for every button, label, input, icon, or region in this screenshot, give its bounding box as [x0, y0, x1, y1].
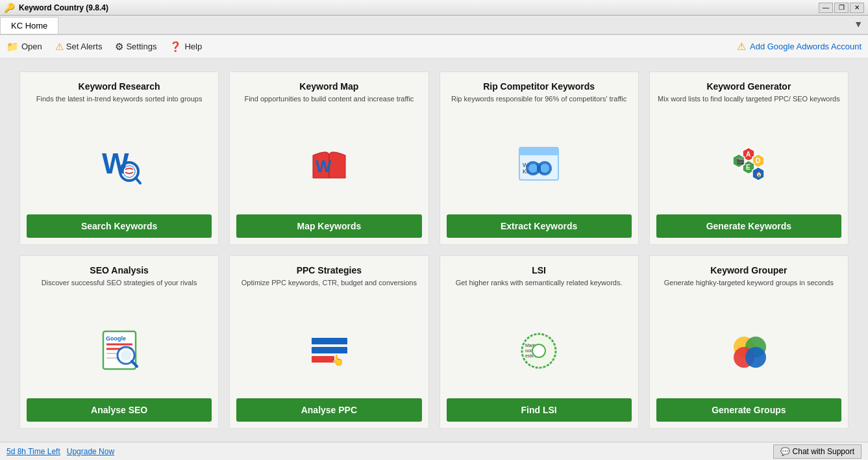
chat-icon: 💬 [780, 447, 790, 456]
minimize-button[interactable]: — [819, 3, 833, 13]
svg-rect-34 [312, 347, 347, 353]
app-icon: 🔑 [4, 3, 15, 13]
svg-point-31 [121, 350, 131, 361]
card-ppc-strategies-icon: 👆 [306, 304, 352, 393]
cards-grid: Keyword Research Finds the latest in-tre… [19, 71, 849, 429]
chat-support-button[interactable]: 💬 Chat with Support [773, 444, 862, 459]
warning-icon: ⚠ [737, 40, 746, 53]
svg-rect-13 [537, 166, 541, 171]
card-lsi-icon: Marke ood Ho ests loc [516, 304, 562, 393]
upgrade-link[interactable]: Upgrade Now [67, 447, 114, 456]
gear-icon: ⚙ [115, 41, 123, 53]
add-adwords-label: Add Google Adwords Account [750, 42, 862, 51]
help-icon: ❓ [169, 41, 182, 53]
card-keyword-map-desc: Find opportunities to build content and … [244, 94, 414, 115]
app-title: Keyword Country (9.8.4) [19, 3, 108, 12]
title-bar-controls[interactable]: — ❐ ✕ [819, 3, 864, 13]
card-keyword-map-title: Keyword Map [299, 81, 358, 92]
card-lsi-desc: Get higher ranks with semantically relat… [456, 278, 623, 299]
title-bar-left: 🔑 Keyword Country (9.8.4) [4, 3, 108, 13]
menu-help[interactable]: ❓ Help [169, 41, 202, 53]
card-keyword-grouper-title: Keyword Grouper [710, 265, 787, 275]
generate-keywords-button[interactable]: Generate Keywords [656, 214, 841, 238]
svg-rect-33 [312, 338, 347, 344]
extract-keywords-button[interactable]: Extract Keywords [447, 214, 632, 238]
menu-set-alerts[interactable]: ⚠ Set Alerts [55, 41, 103, 53]
svg-point-41 [532, 344, 545, 357]
svg-text:A: A [746, 151, 750, 158]
generate-groups-button[interactable]: Generate Groups [656, 398, 841, 422]
folder-icon: 📁 [6, 41, 19, 53]
menu-right[interactable]: ⚠ Add Google Adwords Account [737, 40, 862, 53]
main-content: Keyword Research Finds the latest in-tre… [0, 58, 868, 442]
card-ppc-strategies-title: PPC Strategies [297, 265, 362, 275]
svg-text:E: E [746, 164, 750, 171]
card-seo-analysis[interactable]: SEO Analysis Discover successful SEO str… [19, 255, 219, 429]
map-keywords-button[interactable]: Map Keywords [236, 214, 421, 238]
analyse-ppc-button[interactable]: Analyse PPC [236, 398, 421, 422]
card-seo-analysis-icon: Google [97, 304, 142, 393]
svg-text:Google: Google [106, 335, 126, 342]
menu-open-label: Open [21, 42, 42, 51]
card-keyword-map[interactable]: Keyword Map Find opportunities to build … [229, 71, 428, 245]
svg-text:👆: 👆 [331, 354, 344, 366]
time-left-label: 5d 8h Time Left [6, 447, 60, 456]
card-lsi-title: LSI [532, 265, 546, 275]
tab-kc-home-label: KC Home [11, 21, 47, 31]
svg-text:🎬: 🎬 [736, 157, 745, 165]
menu-bar: 📁 Open ⚠ Set Alerts ⚙ Settings ❓ Help ⚠ … [0, 35, 868, 58]
card-seo-analysis-title: SEO Analysis [90, 265, 149, 275]
card-keyword-research-desc: Finds the latest in-trend keywords sorte… [36, 94, 203, 115]
card-rip-competitor-title: Rip Competitor Keywords [483, 81, 595, 92]
menu-left: 📁 Open ⚠ Set Alerts ⚙ Settings ❓ Help [6, 41, 202, 53]
card-rip-competitor-icon: Web Pr... Keep Ne... [516, 120, 562, 209]
tab-kc-home[interactable]: KC Home [0, 17, 58, 34]
menu-help-label: Help [184, 42, 202, 51]
status-bar: 5d 8h Time Left Upgrade Now 💬 Chat with … [0, 442, 868, 460]
card-seo-analysis-desc: Discover successful SEO strategies of yo… [42, 278, 197, 299]
card-keyword-grouper-desc: Generate highky-targeted keyword groups … [664, 278, 834, 299]
title-bar: 🔑 Keyword Country (9.8.4) — ❐ ✕ [0, 0, 868, 16]
menu-settings[interactable]: ⚙ Settings [115, 41, 156, 53]
card-keyword-generator-title: Keyword Generator [706, 81, 791, 92]
svg-text:🏠: 🏠 [756, 171, 762, 177]
card-ppc-strategies-desc: Optimize PPC keywords, CTR, budget and c… [242, 278, 417, 299]
menu-open[interactable]: 📁 Open [6, 41, 42, 53]
alert-icon: ⚠ [55, 41, 64, 53]
menu-settings-label: Settings [126, 42, 156, 51]
svg-point-11 [528, 164, 538, 173]
chat-label: Chat with Support [793, 447, 854, 456]
close-button[interactable]: ✕ [850, 3, 864, 13]
card-lsi[interactable]: LSI Get higher ranks with semantically r… [440, 255, 639, 429]
svg-rect-6 [519, 147, 558, 155]
svg-point-2 [123, 166, 135, 177]
card-keyword-research-icon: W [97, 120, 142, 209]
status-left: 5d 8h Time Left Upgrade Now [6, 447, 114, 456]
svg-text:D: D [756, 157, 760, 164]
tab-bar: KC Home ▼ [0, 16, 868, 35]
search-keywords-button[interactable]: Search Keywords [27, 214, 212, 238]
card-keyword-generator-icon: A D E 🎬 🏠 [726, 120, 771, 209]
card-keyword-research-title: Keyword Research [79, 81, 160, 92]
find-lsi-button[interactable]: Find LSI [447, 398, 632, 422]
svg-text:W: W [316, 157, 332, 176]
restore-button[interactable]: ❐ [834, 3, 849, 13]
card-rip-competitor[interactable]: Rip Competitor Keywords Rip keywords res… [440, 71, 639, 245]
card-keyword-map-icon: W [306, 120, 352, 209]
svg-point-12 [540, 164, 549, 173]
svg-line-3 [136, 179, 140, 183]
analyse-seo-button[interactable]: Analyse SEO [27, 398, 212, 422]
card-rip-competitor-desc: Rip keywords responsible for 96% of comp… [451, 94, 626, 115]
tab-dropdown-arrow[interactable]: ▼ [854, 14, 868, 34]
card-keyword-generator-desc: Mix word lists to find locally targeted … [658, 94, 840, 115]
card-keyword-generator[interactable]: Keyword Generator Mix word lists to find… [649, 71, 849, 245]
svg-point-45 [745, 347, 766, 368]
menu-set-alerts-label: Set Alerts [66, 42, 103, 51]
card-ppc-strategies[interactable]: PPC Strategies Optimize PPC keywords, CT… [229, 255, 428, 429]
card-keyword-grouper[interactable]: Keyword Grouper Generate highky-targeted… [649, 255, 849, 429]
card-keyword-grouper-icon [726, 304, 771, 393]
card-keyword-research[interactable]: Keyword Research Finds the latest in-tre… [19, 71, 219, 245]
